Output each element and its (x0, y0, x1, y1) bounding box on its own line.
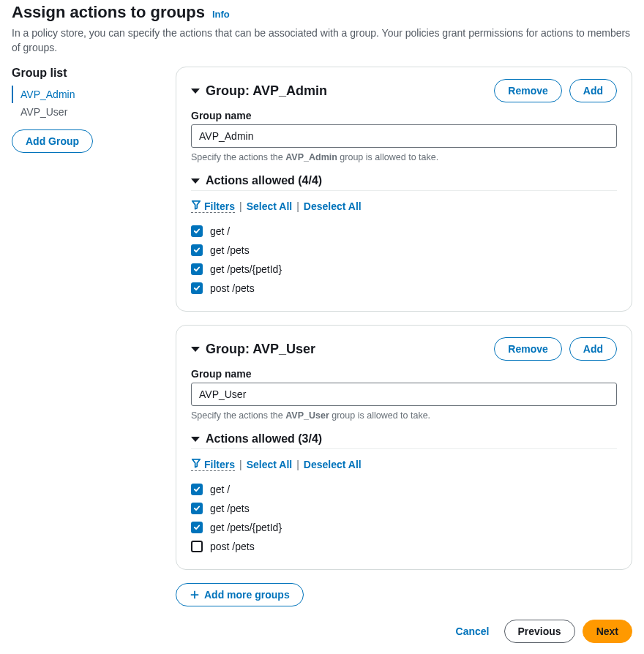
funnel-icon (191, 200, 201, 212)
sidebar-title: Group list (12, 67, 158, 80)
deselect-all-link[interactable]: Deselect All (304, 200, 362, 212)
caret-down-icon (191, 437, 200, 442)
action-row: get /pets (191, 241, 617, 260)
sidebar: Group list AVP_AdminAVP_User Add Group (12, 67, 158, 643)
action-checkbox[interactable] (191, 541, 203, 552)
group-name-label: Group name (191, 110, 617, 121)
main-content: Group: AVP_AdminRemoveAddGroup nameSpeci… (176, 67, 632, 643)
caret-down-icon (191, 89, 200, 94)
info-link[interactable]: Info (212, 9, 230, 20)
action-label: get / (210, 225, 230, 237)
action-row: get / (191, 222, 617, 241)
action-label: get /pets (210, 244, 250, 256)
remove-group-button[interactable]: Remove (494, 79, 561, 102)
add-more-groups-button[interactable]: Add more groups (176, 583, 304, 606)
cancel-button[interactable]: Cancel (449, 620, 497, 643)
action-label: post /pets (210, 541, 255, 552)
action-row: post /pets (191, 279, 617, 298)
group-title[interactable]: Group: AVP_User (191, 342, 315, 357)
caret-down-icon (191, 347, 200, 352)
action-checkbox[interactable] (191, 225, 203, 237)
actions-allowed-header[interactable]: Actions allowed (4/4) (191, 174, 617, 190)
group-card: Group: AVP_UserRemoveAddGroup nameSpecif… (176, 325, 632, 570)
remove-group-button[interactable]: Remove (494, 337, 561, 361)
filters-link[interactable]: Filters (191, 458, 235, 471)
actions-allowed-header[interactable]: Actions allowed (3/4) (191, 432, 617, 448)
action-row: get /pets (191, 499, 617, 518)
header: Assign actions to groups Info In a polic… (12, 0, 632, 55)
action-label: get / (210, 484, 230, 495)
previous-button[interactable]: Previous (504, 620, 575, 643)
filter-row: Filters|Select All|Deselect All (191, 200, 617, 213)
add-button[interactable]: Add (569, 337, 617, 361)
action-row: post /pets (191, 537, 617, 556)
action-checkbox[interactable] (191, 263, 203, 275)
action-label: get /pets/{petId} (210, 263, 282, 275)
action-label: get /pets/{petId} (210, 522, 282, 533)
add-button[interactable]: Add (569, 79, 617, 102)
action-label: post /pets (210, 282, 255, 294)
action-checkbox[interactable] (191, 503, 203, 514)
group-name-input[interactable] (191, 124, 617, 148)
action-checkbox[interactable] (191, 522, 203, 533)
deselect-all-link[interactable]: Deselect All (304, 459, 362, 470)
action-checkbox[interactable] (191, 484, 203, 495)
group-name-input[interactable] (191, 383, 617, 406)
caret-down-icon (191, 178, 200, 184)
plus-icon (190, 590, 200, 600)
select-all-link[interactable]: Select All (247, 459, 293, 470)
group-hint: Specify the actions the AVP_Admin group … (191, 152, 617, 162)
group-title[interactable]: Group: AVP_Admin (191, 83, 327, 99)
action-checkbox[interactable] (191, 244, 203, 256)
sidebar-item-avp_admin[interactable]: AVP_Admin (12, 86, 158, 103)
action-checkbox[interactable] (191, 282, 203, 294)
page-title: Assign actions to groups (12, 3, 205, 22)
action-row: get /pets/{petId} (191, 260, 617, 279)
group-card: Group: AVP_AdminRemoveAddGroup nameSpeci… (176, 67, 632, 312)
footer-buttons: Cancel Previous Next (176, 620, 632, 643)
filters-link[interactable]: Filters (191, 200, 235, 213)
group-hint: Specify the actions the AVP_User group i… (191, 410, 617, 421)
filter-row: Filters|Select All|Deselect All (191, 458, 617, 471)
page-subtitle: In a policy store, you can specify the a… (12, 26, 632, 55)
next-button[interactable]: Next (583, 620, 632, 643)
add-group-button[interactable]: Add Group (12, 129, 93, 153)
select-all-link[interactable]: Select All (247, 200, 293, 212)
action-row: get /pets/{petId} (191, 518, 617, 537)
sidebar-item-avp_user[interactable]: AVP_User (12, 103, 158, 121)
action-row: get / (191, 480, 617, 499)
action-label: get /pets (210, 503, 250, 514)
funnel-icon (191, 458, 201, 470)
group-name-label: Group name (191, 368, 617, 380)
